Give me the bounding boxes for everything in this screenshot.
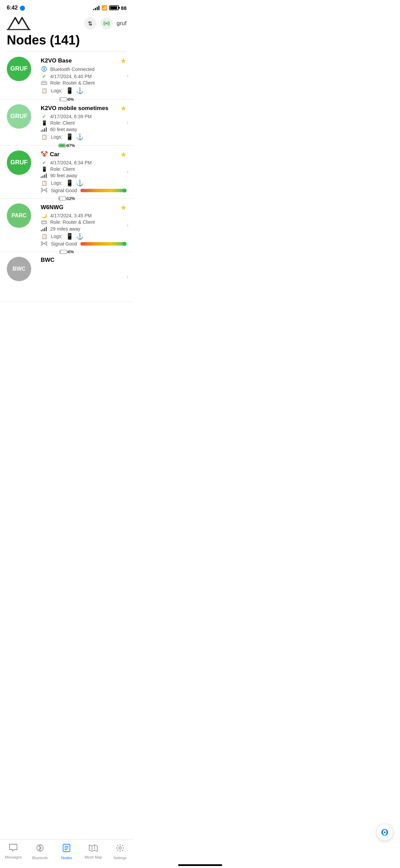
node-info: BWC <box>41 257 127 265</box>
signal-icon <box>41 227 47 231</box>
log-icons: 📱 ⚓ <box>66 233 83 240</box>
moon-icon: 🌙 <box>41 213 47 218</box>
svg-point-1 <box>106 23 107 24</box>
app-header: ⇅ gruf <box>0 14 133 32</box>
signal-good-row: Signal Good <box>41 241 127 247</box>
timestamp-row: ✔ 4/17/2024, 6:40 PM <box>41 74 127 79</box>
svg-point-17 <box>45 222 46 223</box>
signal-icon <box>41 127 47 132</box>
node-name: 🤡 Car <box>41 151 59 158</box>
signal-good-row: Signal Good <box>41 188 127 194</box>
star-icon: ★ <box>120 150 127 159</box>
logs-row: 📋 Logs: 📱 ⚓ <box>41 87 127 94</box>
svg-point-9 <box>45 83 46 84</box>
moon-row: 🌙 4/17/2024, 3:45 PM <box>41 213 127 218</box>
chevron-icon: › <box>127 168 129 176</box>
location-icon: ⬤ <box>20 5 25 11</box>
log-icons: 📱 ⚓ <box>66 179 83 187</box>
signal-strength <box>93 5 99 10</box>
clipboard-icon: 📋 <box>41 88 47 93</box>
svg-point-8 <box>44 83 44 84</box>
chevron-icon: › <box>127 72 129 79</box>
node-name: W6NWG <box>41 204 63 211</box>
node-name: BWC <box>41 257 55 264</box>
svg-point-15 <box>42 222 43 223</box>
status-bar: 6:42 ⬤ 📶 88 <box>0 0 133 14</box>
page-title: Nodes (141) <box>0 32 133 52</box>
header-right: ⇅ gruf <box>84 17 127 30</box>
star-icon: ★ <box>120 203 127 212</box>
table-row[interactable]: PARC 0% W6NWG ★ 🌙 4/17/2024, 3:45 PM <box>0 199 133 252</box>
avatar: GRUF <box>7 57 31 81</box>
star-icon: ★ <box>120 57 127 65</box>
avatar: BWC <box>7 257 31 281</box>
log-icons: 📱 ⚓ <box>66 133 83 141</box>
role-row: 📱 Role: Client <box>41 120 127 126</box>
signal-bar <box>80 189 127 192</box>
svg-point-10 <box>43 189 45 191</box>
table-row[interactable]: GRUF 12% 🤡 Car ★ ✔ 4/17/2024, 6:34 PM 📱 <box>0 146 133 199</box>
node-name: K2VO Base <box>41 57 72 64</box>
clipboard-icon: 📋 <box>41 180 47 186</box>
role-row: Role: Router & Client <box>41 219 127 225</box>
battery-percent: 88 <box>121 5 127 11</box>
svg-point-7 <box>42 83 43 84</box>
logs-row: 📋 Logs: 📱 ⚓ <box>41 179 127 187</box>
svg-point-18 <box>43 243 45 244</box>
check-icon: ✔ <box>41 160 47 165</box>
username-label: gruf <box>117 20 127 27</box>
signal-waves-icon <box>41 188 47 194</box>
table-row[interactable]: GRUF 0% K2VO Base ★ Bluetoot <box>0 52 133 100</box>
svg-line-4 <box>42 81 42 82</box>
node-list: GRUF 0% K2VO Base ★ Bluetoot <box>0 52 133 302</box>
logs-row: 📋 Logs: 📱 ⚓ <box>41 133 127 141</box>
log-phone-icon: 📱 <box>66 133 73 141</box>
avatar: GRUF <box>7 104 31 129</box>
check-icon: ✔ <box>41 74 47 79</box>
chevron-icon: › <box>127 221 129 229</box>
table-row[interactable]: BWC BWC › <box>0 252 133 302</box>
log-anchor-icon: ⚓ <box>76 233 83 240</box>
node-info: K2VO mobile sometimes ★ ✔ 4/17/2024, 6:3… <box>41 104 127 141</box>
svg-line-14 <box>46 220 46 221</box>
log-icons: 📱 ⚓ <box>66 87 83 94</box>
distance-row: 29 miles away <box>41 226 127 232</box>
phone-icon: 📱 <box>41 166 47 172</box>
star-icon: ★ <box>120 104 127 112</box>
status-time: 6:42 ⬤ <box>7 5 25 11</box>
time-label: 6:42 <box>7 5 18 11</box>
timestamp-row: ✔ 4/17/2024, 6:39 PM <box>41 114 127 119</box>
chevron-icon: › <box>127 273 129 280</box>
router-icon <box>41 219 47 225</box>
signal-button[interactable] <box>100 17 113 30</box>
clipboard-icon: 📋 <box>41 134 47 140</box>
logs-row: 📋 Logs: 📱 ⚓ <box>41 233 127 240</box>
app-logo <box>7 15 31 32</box>
role-row: Role: Router & Client <box>41 80 127 86</box>
table-row[interactable]: GRUF 97% K2VO mobile sometimes ★ ✔ 4/17/… <box>0 100 133 146</box>
svg-point-16 <box>44 222 44 223</box>
distance-row: 90 feet away <box>41 173 127 178</box>
router-icon <box>41 80 47 86</box>
clipboard-icon: 📋 <box>41 234 47 239</box>
avatar: GRUF <box>7 150 31 175</box>
node-info: W6NWG ★ 🌙 4/17/2024, 3:45 PM <box>41 203 127 247</box>
sort-button[interactable]: ⇅ <box>84 17 96 30</box>
log-anchor-icon: ⚓ <box>76 179 83 187</box>
node-name: K2VO mobile sometimes <box>41 105 108 112</box>
distance-row: 60 feet away <box>41 127 127 132</box>
svg-line-12 <box>42 220 42 221</box>
node-info: 🤡 Car ★ ✔ 4/17/2024, 6:34 PM 📱 Role: Cli… <box>41 150 127 194</box>
signal-dot <box>122 188 127 193</box>
status-icons: 📶 88 <box>93 5 127 11</box>
clown-emoji: 🤡 <box>41 151 48 158</box>
wifi-icon: 📶 <box>101 5 107 11</box>
signal-icon <box>41 173 47 178</box>
log-phone-icon: 📱 <box>66 179 73 187</box>
log-anchor-icon: ⚓ <box>76 133 83 141</box>
signal-dot <box>122 242 127 246</box>
signal-bar <box>80 242 127 246</box>
phone-icon: 📱 <box>41 120 47 126</box>
timestamp-row: ✔ 4/17/2024, 6:34 PM <box>41 160 127 165</box>
check-icon: ✔ <box>41 114 47 119</box>
